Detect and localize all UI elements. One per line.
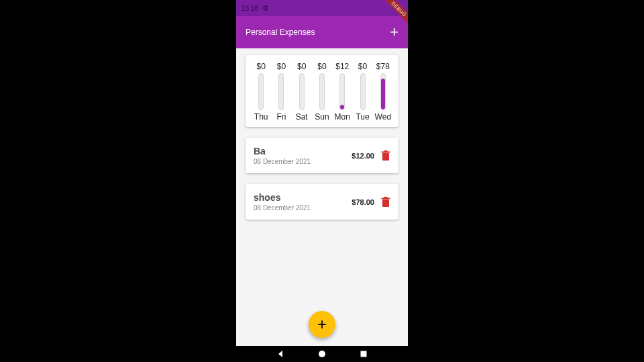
chart-bar: $0 Sat (292, 62, 312, 122)
android-nav-bar (236, 346, 408, 362)
transaction-amount: $12.00 (352, 152, 374, 160)
chart-bar: $0 Tue (353, 62, 373, 122)
app-bar: Personal Expenses + (236, 16, 408, 48)
bar-day-label: Thu (254, 112, 268, 122)
phone-frame: 15:18 ⚙ DEBUG Personal Expenses + $0 Thu… (236, 0, 408, 362)
transaction-card: Ba 06 December 2021 $12.00 (246, 138, 398, 173)
chart-bar: $78 Wed (373, 62, 393, 122)
bar-amount: $0 (358, 62, 367, 71)
svg-point-6 (319, 351, 325, 357)
delete-button[interactable] (381, 150, 390, 161)
bar-track (258, 73, 264, 110)
chart-bar: $12 Mon (332, 62, 352, 122)
bar-amount: $78 (376, 62, 390, 71)
plus-icon: + (317, 315, 327, 334)
transaction-info: Ba 06 December 2021 (254, 146, 352, 165)
transaction-date: 08 December 2021 (254, 204, 352, 212)
fab-add-button[interactable]: + (309, 311, 335, 338)
bar-track (299, 73, 305, 110)
app-title: Personal Expenses (246, 28, 315, 37)
bar-track (360, 73, 366, 110)
transaction-title: Ba (254, 146, 352, 156)
chart-bar: $0 Sun (312, 62, 332, 122)
bar-amount: $0 (297, 62, 306, 71)
bar-fill (340, 105, 344, 109)
transaction-list: Ba 06 December 2021 $12.00 shoes 08 Dece… (246, 138, 398, 220)
chart-bar: $0 Thu (251, 62, 271, 122)
bar-day-label: Mon (335, 112, 350, 122)
svg-rect-2 (384, 150, 388, 152)
chart-bar: $0 Fri (271, 62, 291, 122)
bar-day-label: Wed (375, 112, 391, 122)
bar-amount: $0 (277, 62, 286, 71)
svg-rect-7 (361, 351, 367, 357)
transaction-date: 06 December 2021 (254, 158, 352, 165)
bar-amount: $0 (256, 62, 265, 71)
delete-button[interactable] (381, 197, 390, 208)
svg-rect-3 (382, 199, 389, 207)
nav-recent-icon[interactable] (360, 350, 368, 358)
bar-track (278, 73, 284, 110)
status-bar: 15:18 ⚙ DEBUG (236, 0, 408, 16)
bar-fill (381, 79, 385, 109)
bar-day-label: Sun (315, 112, 329, 122)
transaction-card: shoes 08 December 2021 $78.00 (246, 184, 398, 220)
transaction-amount: $78.00 (352, 198, 374, 206)
bar-day-label: Tue (356, 112, 369, 122)
bar-amount: $0 (317, 62, 326, 71)
chart-card: $0 Thu $0 Fri $0 Sat $0 Sun $12 Mon $0 T… (246, 55, 398, 127)
transaction-title: shoes (254, 192, 352, 203)
bar-day-label: Sat (296, 112, 308, 122)
transaction-info: shoes 08 December 2021 (254, 192, 352, 212)
status-time: 15:18 (241, 5, 258, 12)
bar-track (319, 73, 325, 110)
bar-track (380, 73, 386, 110)
gear-icon: ⚙ (262, 4, 269, 13)
svg-rect-0 (382, 153, 389, 161)
bar-amount: $12 (335, 62, 349, 71)
bar-track (339, 73, 345, 110)
bar-day-label: Fri (276, 112, 286, 122)
svg-rect-5 (384, 197, 388, 198)
content-area: $0 Thu $0 Fri $0 Sat $0 Sun $12 Mon $0 T… (236, 48, 408, 346)
nav-back-icon[interactable] (276, 350, 284, 358)
nav-home-icon[interactable] (318, 350, 326, 358)
add-button[interactable]: + (390, 25, 398, 40)
